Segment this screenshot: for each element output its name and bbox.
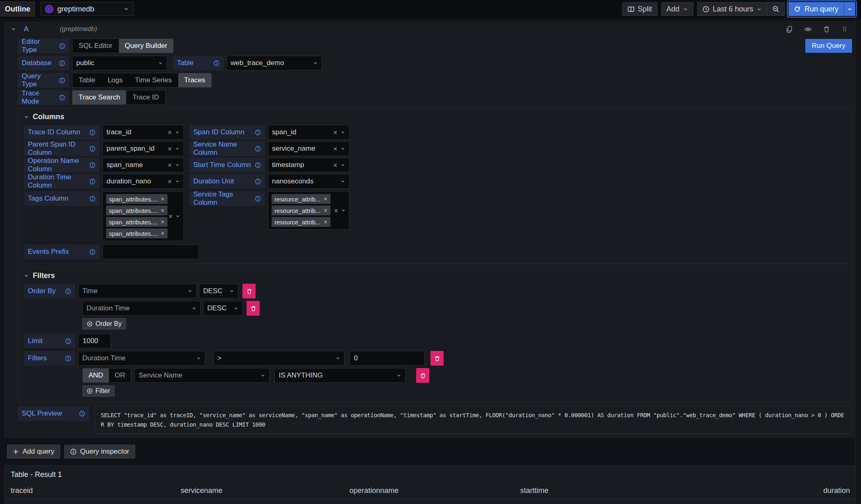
add-filter-button[interactable]: Filter (82, 385, 115, 397)
parent-span-id-column-select[interactable]: parent_span_id (102, 141, 184, 156)
service-tags-column-multiselect[interactable]: resource_attrib... resource_attrib... re… (268, 191, 349, 230)
logic-option-and[interactable]: AND (83, 368, 109, 382)
table-select[interactable]: web_trace_demo (227, 56, 322, 70)
service-tag-chip[interactable]: resource_attrib... (272, 194, 331, 204)
radio-option-trace-id[interactable]: Trace ID (126, 90, 165, 104)
span-id-column-select[interactable]: span_id (268, 125, 349, 140)
logic-option-or[interactable]: OR (109, 368, 131, 382)
remove-order-by-button[interactable] (242, 284, 256, 298)
operation-name-column-select[interactable]: span_name (102, 158, 184, 172)
zoom-out-button[interactable] (767, 2, 784, 16)
outline-button[interactable]: Outline (0, 1, 35, 17)
radio-option-query-builder[interactable]: Query Builder (119, 39, 174, 53)
chip-remove-icon[interactable] (324, 197, 328, 201)
radio-option-sql-editor[interactable]: SQL Editor (73, 39, 119, 53)
chip-remove-icon[interactable] (161, 197, 165, 201)
trace-id-column-select[interactable]: trace_id (102, 125, 184, 140)
limit-input[interactable]: 1000 (78, 334, 111, 348)
add-button[interactable]: Add (661, 2, 693, 16)
clear-icon[interactable] (168, 163, 172, 167)
add-order-by-button[interactable]: Order By (82, 318, 126, 330)
info-icon[interactable] (65, 355, 71, 362)
clear-icon[interactable] (333, 147, 338, 151)
info-icon[interactable] (255, 162, 261, 168)
info-icon[interactable] (59, 43, 65, 49)
clear-icon[interactable] (333, 163, 338, 167)
collapse-icon[interactable] (11, 26, 16, 32)
run-query-panel-button[interactable]: Run Query (805, 39, 852, 53)
info-icon[interactable] (59, 60, 65, 66)
chip-remove-icon[interactable] (324, 208, 328, 212)
info-icon[interactable] (255, 196, 261, 202)
column-header-servicename[interactable]: servicename (174, 483, 343, 499)
eye-icon[interactable] (804, 25, 812, 33)
radio-option-logs[interactable]: Logs (102, 73, 129, 87)
filter-value-input[interactable]: 0 (349, 351, 425, 366)
info-icon[interactable] (255, 179, 261, 185)
info-icon[interactable] (89, 129, 95, 136)
clear-icon[interactable] (168, 130, 172, 135)
order-by-direction-select[interactable]: DESC (203, 301, 242, 316)
order-by-field-select[interactable]: Duration Time (82, 301, 201, 316)
column-header-traceid[interactable]: traceid (5, 483, 174, 499)
split-button[interactable]: Split (622, 2, 657, 16)
info-icon[interactable] (255, 146, 261, 152)
tag-chip[interactable]: span_attributes.... (106, 194, 168, 204)
clear-icon[interactable] (168, 147, 172, 151)
clear-icon[interactable] (168, 179, 172, 184)
chip-remove-icon[interactable] (324, 220, 328, 224)
filter-operator-select[interactable]: > (213, 351, 344, 366)
filter-field-select[interactable]: Duration Time (78, 351, 205, 366)
service-tag-chip[interactable]: resource_attrib... (272, 206, 331, 215)
info-icon[interactable] (255, 129, 261, 136)
vertical-scrollbar[interactable] (856, 18, 861, 504)
events-prefix-input[interactable] (102, 244, 199, 259)
remove-filter-button[interactable] (430, 351, 444, 366)
info-icon[interactable] (79, 411, 85, 417)
chip-remove-icon[interactable] (161, 231, 165, 235)
info-icon[interactable] (89, 196, 95, 202)
clear-all-icon[interactable] (334, 208, 338, 213)
radio-option-time-series[interactable]: Time Series (129, 73, 178, 87)
radio-option-traces[interactable]: Traces (178, 73, 211, 87)
info-icon[interactable] (65, 288, 71, 294)
chip-remove-icon[interactable] (161, 208, 165, 212)
tags-column-multiselect[interactable]: span_attributes.... span_attributes.... … (102, 191, 184, 241)
tag-chip[interactable]: span_attributes.... (106, 217, 168, 227)
start-time-column-select[interactable]: timestamp (268, 158, 349, 172)
info-icon[interactable] (89, 146, 95, 152)
filter-field-select[interactable]: Service Name (134, 368, 270, 383)
duration-time-column-select[interactable]: duration_nano (102, 174, 184, 189)
filter-operator-select[interactable]: IS ANYTHING (274, 368, 406, 383)
info-icon[interactable] (59, 77, 65, 84)
column-header-duration[interactable]: duration (683, 483, 856, 499)
drag-handle-icon[interactable] (841, 26, 848, 32)
run-query-button[interactable]: Run query (788, 2, 844, 16)
info-icon[interactable] (89, 249, 95, 255)
info-icon[interactable] (89, 162, 95, 168)
tag-chip[interactable]: span_attributes.... (106, 228, 168, 238)
duration-unit-select[interactable]: nanoseconds (268, 174, 349, 189)
remove-order-by-button[interactable] (247, 301, 260, 316)
query-row-header[interactable]: A (greptimedb) (4, 21, 855, 37)
info-icon[interactable] (213, 60, 220, 66)
radio-option-trace-search[interactable]: Trace Search (73, 90, 126, 104)
service-name-column-select[interactable]: service_name (268, 141, 349, 156)
datasource-picker[interactable]: greptimedb (40, 2, 134, 16)
add-query-button[interactable]: Add query (7, 445, 60, 459)
time-range-button[interactable]: Last 6 hours (698, 2, 767, 16)
column-header-starttime[interactable]: starttime (514, 483, 683, 499)
order-by-field-select[interactable]: Time (78, 284, 197, 298)
column-header-operationname[interactable]: operationname (343, 483, 514, 499)
columns-section-header[interactable]: Columns (24, 111, 846, 122)
filters-section-header[interactable]: Filters (24, 270, 846, 281)
query-inspector-button[interactable]: Query inspector (64, 445, 135, 459)
clear-icon[interactable] (333, 130, 338, 135)
clear-all-icon[interactable] (168, 214, 173, 219)
trash-icon[interactable] (823, 25, 830, 33)
info-icon[interactable] (65, 338, 71, 344)
remove-filter-button[interactable] (416, 368, 429, 383)
database-select[interactable]: public (72, 56, 167, 70)
service-tag-chip[interactable]: resource_attrib... (272, 217, 331, 227)
info-icon[interactable] (59, 95, 65, 101)
